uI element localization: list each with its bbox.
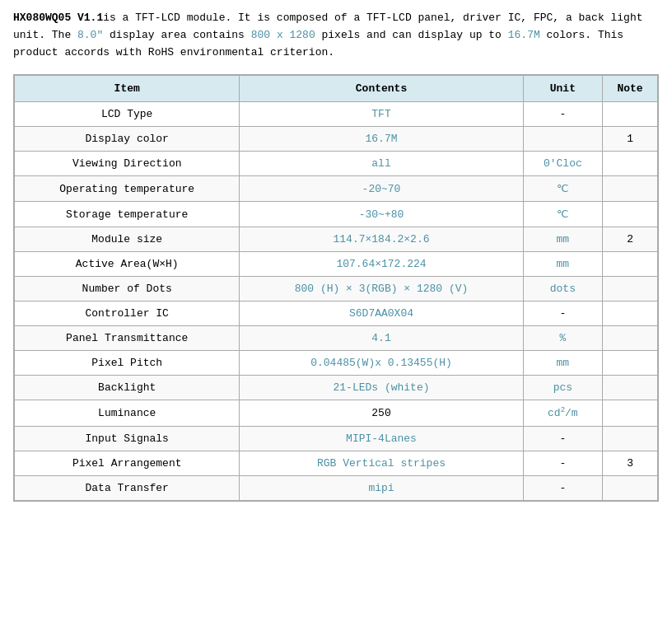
contents-cell: S6D7AA0X04 [240, 301, 523, 326]
note-cell [603, 376, 658, 400]
contents-cell: all [240, 152, 523, 176]
contents-cell: TFT [240, 102, 523, 127]
note-cell [603, 202, 658, 227]
unit-cell: - [523, 475, 602, 500]
model-name: HX080WQ05 V1.1 [13, 12, 103, 24]
item-cell: Pixel Arrangement [15, 451, 240, 475]
table-row: Pixel Pitch0.04485(W)x 0.13455(H)mm [15, 351, 658, 376]
note-cell [603, 152, 658, 176]
note-cell: 3 [603, 451, 658, 475]
col-header-note: Note [603, 76, 658, 102]
unit-cell: % [523, 326, 602, 351]
spec-table-wrapper: Item Contents Unit Note LCD TypeTFT-Disp… [13, 74, 659, 501]
unit-cell: ℃ [523, 202, 602, 227]
unit-cell: pcs [523, 376, 602, 400]
table-row: Luminance250cd2/m [15, 400, 658, 426]
table-row: Operating temperature-20~70℃ [15, 176, 658, 202]
col-header-unit: Unit [523, 76, 602, 102]
note-cell [603, 102, 658, 127]
item-cell: Luminance [15, 400, 240, 426]
pixels: 800 x 1280 [251, 29, 315, 41]
item-cell: Data Transfer [15, 475, 240, 500]
item-cell: Module size [15, 227, 240, 252]
note-cell: 1 [603, 127, 658, 152]
note-cell [603, 326, 658, 351]
col-header-contents: Contents [240, 76, 523, 102]
note-cell [603, 426, 658, 451]
table-header-row: Item Contents Unit Note [15, 76, 658, 102]
unit-cell [523, 127, 602, 152]
contents-cell: 250 [240, 400, 523, 426]
intro-paragraph: HX080WQ05 V1.1is a TFT-LCD module. It is… [13, 10, 659, 61]
contents-cell: 114.7×184.2×2.6 [240, 227, 523, 252]
contents-cell: -20~70 [240, 176, 523, 202]
unit-cell: mm [523, 227, 602, 252]
item-cell: Number of Dots [15, 277, 240, 301]
table-row: Panel Transmittance4.1% [15, 326, 658, 351]
item-cell: Pixel Pitch [15, 351, 240, 376]
intro-text-3: pixels and can display up to [315, 29, 508, 41]
contents-cell: mipi [240, 475, 523, 500]
table-row: Viewing Directionall0'Cloc [15, 152, 658, 176]
item-cell: Storage temperature [15, 202, 240, 227]
note-cell [603, 277, 658, 301]
contents-cell: -30~+80 [240, 202, 523, 227]
note-cell [603, 301, 658, 326]
item-cell: Operating temperature [15, 176, 240, 202]
contents-cell: RGB Vertical stripes [240, 451, 523, 475]
contents-cell: 16.7M [240, 127, 523, 152]
table-row: Storage temperature-30~+80℃ [15, 202, 658, 227]
note-cell [603, 400, 658, 426]
table-row: LCD TypeTFT- [15, 102, 658, 127]
unit-cell: ℃ [523, 176, 602, 202]
table-row: Display color16.7M1 [15, 127, 658, 152]
contents-cell: 0.04485(W)x 0.13455(H) [240, 351, 523, 376]
spec-table: Item Contents Unit Note LCD TypeTFT-Disp… [14, 75, 658, 500]
table-row: Controller ICS6D7AA0X04- [15, 301, 658, 326]
unit-cell: dots [523, 277, 602, 301]
table-row: Data Transfermipi- [15, 475, 658, 500]
note-cell [603, 252, 658, 277]
contents-cell: 800 (H) × 3(RGB) × 1280 (V) [240, 277, 523, 301]
contents-cell: MIPI-4Lanes [240, 426, 523, 451]
unit-cell: cd2/m [523, 400, 602, 426]
note-cell [603, 351, 658, 376]
contents-cell: 107.64×172.224 [240, 252, 523, 277]
table-row: Module size114.7×184.2×2.6mm2 [15, 227, 658, 252]
table-row: Active Area(W×H)107.64×172.224mm [15, 252, 658, 277]
item-cell: Backlight [15, 376, 240, 400]
colors: 16.7M [508, 29, 540, 41]
unit-cell: mm [523, 351, 602, 376]
table-row: Backlight21-LEDs (white)pcs [15, 376, 658, 400]
unit-cell: - [523, 451, 602, 475]
item-cell: Controller IC [15, 301, 240, 326]
item-cell: Active Area(W×H) [15, 252, 240, 277]
item-cell: Input Signals [15, 426, 240, 451]
item-cell: Viewing Direction [15, 152, 240, 176]
unit-cell: - [523, 301, 602, 326]
table-row: Pixel ArrangementRGB Vertical stripes-3 [15, 451, 658, 475]
contents-cell: 21-LEDs (white) [240, 376, 523, 400]
table-row: Input SignalsMIPI-4Lanes- [15, 426, 658, 451]
contents-cell: 4.1 [240, 326, 523, 351]
item-cell: LCD Type [15, 102, 240, 127]
unit-cell: mm [523, 252, 602, 277]
item-cell: Display color [15, 127, 240, 152]
note-cell [603, 475, 658, 500]
table-row: Number of Dots800 (H) × 3(RGB) × 1280 (V… [15, 277, 658, 301]
note-cell: 2 [603, 227, 658, 252]
intro-text-2: display area contains [103, 29, 250, 41]
col-header-item: Item [15, 76, 240, 102]
display-size: 8.0" [77, 29, 103, 41]
unit-cell: - [523, 102, 602, 127]
note-cell [603, 176, 658, 202]
unit-cell: - [523, 426, 602, 451]
unit-cell: 0'Cloc [523, 152, 602, 176]
item-cell: Panel Transmittance [15, 326, 240, 351]
